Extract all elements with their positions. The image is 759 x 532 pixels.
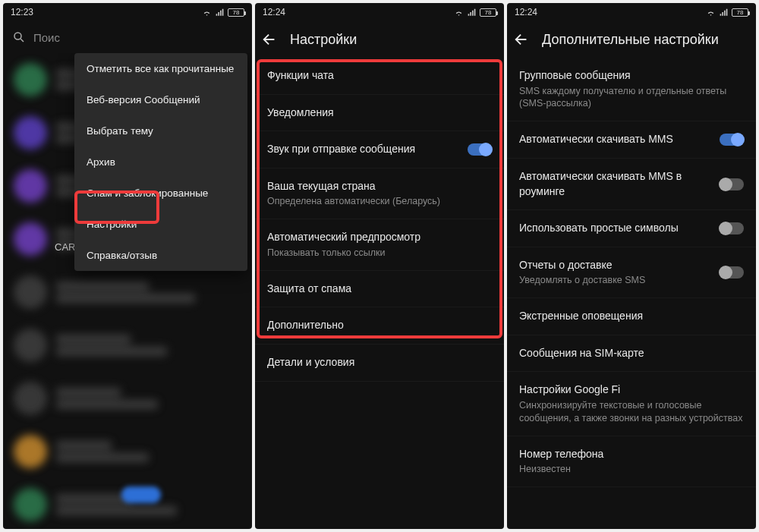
screen-advanced-settings: 12:24 78 Дополнительные настройки Группо… (507, 3, 756, 529)
row-chat-features[interactable]: Функции чата (255, 58, 504, 95)
row-emergency-alerts[interactable]: Экстренные оповещения (507, 298, 756, 335)
menu-web-messages[interactable]: Веб-версия Сообщений (74, 84, 247, 115)
menu-mark-all-read[interactable]: Отметить все как прочитанные (74, 53, 247, 84)
overflow-menu: Отметить все как прочитанные Веб-версия … (74, 53, 247, 271)
toggle-simple-chars[interactable] (720, 222, 744, 235)
toggle-send-sound[interactable] (468, 143, 492, 156)
row-delivery-reports[interactable]: Отчеты о доставкеУведомлять о доставке S… (507, 247, 756, 298)
back-arrow-icon[interactable] (513, 31, 530, 48)
menu-spam-blocked[interactable]: Спам и заблокированные (74, 178, 247, 209)
wifi-icon (706, 8, 716, 17)
search-placeholder: Поис (33, 31, 60, 44)
row-current-country[interactable]: Ваша текущая странаОпределена автоматиче… (255, 168, 504, 219)
toggle-delivery-reports[interactable] (720, 266, 744, 279)
row-auto-download-mms[interactable]: Автоматически скачивать MMS (507, 121, 756, 159)
screen-settings: 12:24 78 Настройки Функции чата Уведомле… (255, 3, 504, 529)
search-bar[interactable]: Поис (3, 21, 252, 53)
signal-icon (719, 8, 729, 17)
row-google-fi[interactable]: Настройки Google FiСинхронизируйте текст… (507, 372, 756, 436)
status-time: 12:23 (11, 7, 33, 17)
toggle-auto-mms[interactable] (720, 134, 744, 146)
menu-archive[interactable]: Архив (74, 146, 247, 178)
search-icon (12, 30, 26, 44)
row-auto-preview[interactable]: Автоматический предпросмотрПоказывать то… (255, 219, 504, 270)
status-time: 12:24 (515, 7, 537, 17)
status-bar: 12:23 78 (3, 3, 252, 21)
row-send-sound[interactable]: Звук при отправке сообщения (255, 131, 504, 168)
wifi-icon (202, 8, 212, 17)
back-arrow-icon[interactable] (261, 31, 278, 48)
wifi-icon (454, 8, 464, 17)
row-notifications[interactable]: Уведомления (255, 95, 504, 132)
row-group-messages[interactable]: Групповые сообщенияSMS каждому получател… (507, 58, 756, 121)
row-advanced[interactable]: Дополнительно (255, 307, 504, 345)
screen-header: Настройки (255, 21, 504, 58)
blurred-button (121, 486, 161, 503)
signal-icon (215, 8, 225, 17)
screen-messages-menu: 12:23 78 Поис CAR Отметить все (3, 3, 252, 529)
row-sim-messages[interactable]: Сообщения на SIM-карте (507, 335, 756, 373)
status-bar: 12:24 78 (255, 3, 504, 21)
screen-header: Дополнительные настройки (507, 21, 756, 58)
row-spam-protection[interactable]: Защита от спама (255, 271, 504, 308)
row-phone-number[interactable]: Номер телефонаНеизвестен (507, 436, 756, 487)
battery-icon: 78 (480, 8, 496, 17)
svg-point-1 (14, 33, 21, 39)
menu-help-feedback[interactable]: Справка/отзыв (74, 240, 247, 271)
visible-text: CAR (55, 241, 75, 253)
row-details-terms[interactable]: Детали и условия (255, 345, 504, 382)
menu-settings[interactable]: Настройки (74, 209, 247, 240)
status-time: 12:24 (263, 7, 285, 17)
battery-icon: 78 (228, 8, 244, 17)
battery-icon: 78 (732, 8, 748, 17)
row-simple-characters[interactable]: Использовать простые символы (507, 210, 756, 247)
header-title: Дополнительные настройки (542, 32, 719, 48)
toggle-auto-mms-roaming[interactable] (720, 178, 744, 190)
signal-icon (467, 8, 477, 17)
menu-choose-theme[interactable]: Выбрать тему (74, 115, 247, 146)
header-title: Настройки (290, 32, 357, 48)
status-bar: 12:24 78 (507, 3, 756, 21)
row-auto-download-mms-roaming[interactable]: Автоматически скачивать MMS в роуминге (507, 159, 756, 210)
